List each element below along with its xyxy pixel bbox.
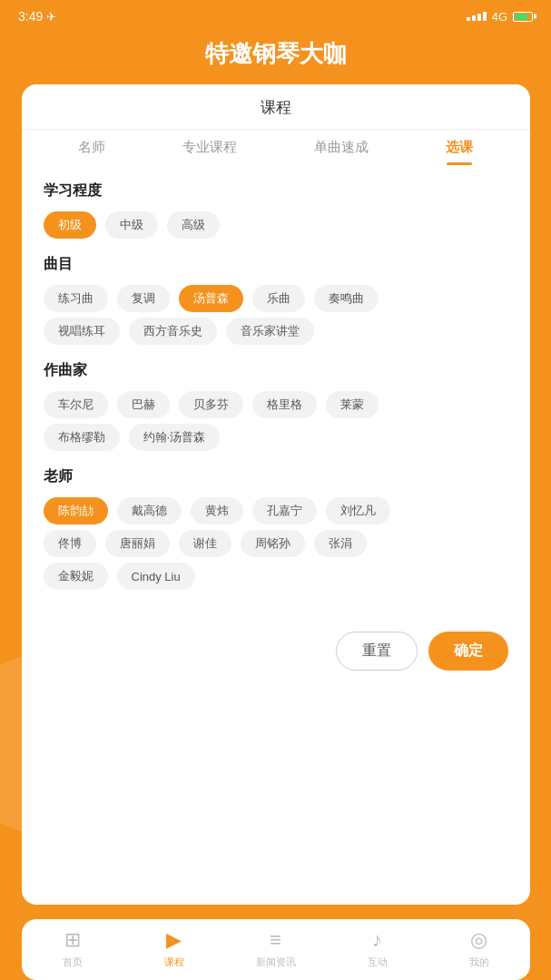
composer-tags-row2: 布格缪勒 约翰·汤普森 [44,424,508,451]
tag-bach[interactable]: 巴赫 [117,391,170,418]
tab-select[interactable]: 选课 [431,130,487,165]
tag-chenyunjie[interactable]: 陈韵劼 [44,497,108,524]
nav-home-label: 首页 [63,956,83,969]
tag-burgmuller[interactable]: 布格缪勒 [44,424,120,451]
tag-liuyifan[interactable]: 刘忆凡 [326,497,390,524]
location-icon: ✈ [46,10,56,24]
teacher-tags-row3: 金毅妮 Cindy Liu [44,563,508,590]
battery-icon [513,12,533,22]
tag-cindyliu[interactable]: Cindy Liu [117,563,195,590]
page-title-area: 特邀钢琴大咖 [205,29,347,84]
level-title: 学习程度 [44,181,508,201]
tag-lequ[interactable]: 乐曲 [252,285,305,312]
teacher-title: 老师 [44,467,508,486]
nav-news[interactable]: ≡ 新闻资讯 [225,928,327,969]
nav-home[interactable]: ⊞ 首页 [22,928,123,969]
tag-zhoumingsu[interactable]: 周铭孙 [241,530,305,557]
tab-bar: 名师 专业课程 单曲速成 选课 [22,130,530,165]
teacher-tags-row2: 佟博 唐丽娟 谢佳 周铭孙 张涓 [44,530,508,557]
tag-exercise[interactable]: 练习曲 [44,285,108,312]
tag-tanglina[interactable]: 唐丽娟 [105,530,170,557]
home-icon: ⊞ [64,928,81,952]
music-tags-row2: 视唱练耳 西方音乐史 音乐家讲堂 [44,318,508,345]
tag-jinmaoying[interactable]: 金毅妮 [44,563,108,590]
mine-icon: ◎ [470,928,487,952]
composer-section: 作曲家 车尔尼 巴赫 贝多芬 格里格 莱蒙 布格缪勒 约翰·汤普森 [44,361,508,451]
nav-mine-label: 我的 [469,956,489,969]
tag-zhangjuan[interactable]: 张涓 [314,530,367,557]
card-header: 课程 [22,84,530,130]
tag-fugue[interactable]: 复调 [117,285,170,312]
tag-musiclecture[interactable]: 音乐家讲堂 [226,318,314,345]
nav-course-label: 课程 [164,956,184,969]
network-label: 4G [492,10,507,24]
level-tags: 初级 中级 高级 [44,211,508,239]
tag-grieg[interactable]: 格里格 [252,391,317,418]
tag-beginner[interactable]: 初级 [44,211,96,239]
tag-fubbo[interactable]: 佟博 [44,530,96,557]
page-title: 特邀钢琴大咖 [205,40,347,67]
course-icon: ▶ [166,928,182,952]
action-buttons: 重置 确定 [22,622,530,689]
teacher-section: 老师 陈韵劼 戴高德 黄炜 孔嘉宁 刘忆凡 佟博 唐丽娟 谢佳 周铭孙 张涓 金… [44,467,508,590]
status-bar: 3:49 ✈ 4G [0,0,551,29]
nav-interact-label: 互动 [368,956,388,969]
tag-john[interactable]: 约翰·汤普森 [129,424,221,451]
filter-content: 学习程度 初级 中级 高级 曲目 练习曲 复调 汤普森 乐曲 奏鸣曲 视唱练耳 … [22,165,530,622]
tag-thompson[interactable]: 汤普森 [179,285,243,312]
music-section: 曲目 练习曲 复调 汤普森 乐曲 奏鸣曲 视唱练耳 西方音乐史 音乐家讲堂 [44,255,508,345]
tag-daigaode[interactable]: 戴高德 [117,497,182,524]
signal-icon [467,12,487,21]
tag-vocal[interactable]: 视唱练耳 [44,318,120,345]
tag-clementi[interactable]: 莱蒙 [326,391,379,418]
level-section: 学习程度 初级 中级 高级 [44,181,508,239]
tag-huangwei[interactable]: 黄炜 [191,497,243,524]
interact-icon: ♪ [372,928,382,952]
music-title: 曲目 [44,255,508,274]
news-icon: ≡ [270,928,281,952]
tag-mid[interactable]: 中级 [105,211,158,239]
composer-title: 作曲家 [44,361,508,380]
tag-sonata[interactable]: 奏鸣曲 [314,285,379,312]
teacher-tags-row1: 陈韵劼 戴高德 黄炜 孔嘉宁 刘忆凡 [44,497,508,524]
tag-westernmusic[interactable]: 西方音乐史 [129,318,217,345]
nav-news-label: 新闻资讯 [256,956,296,969]
tag-beethoven[interactable]: 贝多芬 [179,391,243,418]
tag-xiejia[interactable]: 谢佳 [179,530,231,557]
main-card: 课程 名师 专业课程 单曲速成 选课 学习程度 初级 中级 高级 曲目 [22,84,530,905]
confirm-button[interactable]: 确定 [428,632,508,671]
bottom-nav: ⊞ 首页 ▶ 课程 ≡ 新闻资讯 ♪ 互动 ◎ 我的 [22,919,530,980]
nav-mine[interactable]: ◎ 我的 [428,928,530,969]
composer-tags-row1: 车尔尼 巴赫 贝多芬 格里格 莱蒙 [44,391,508,418]
reset-button[interactable]: 重置 [336,632,418,671]
nav-course[interactable]: ▶ 课程 [123,928,225,969]
tag-adv[interactable]: 高级 [167,211,220,239]
tab-single[interactable]: 单曲速成 [300,130,383,165]
tab-famous[interactable]: 名师 [64,130,120,165]
nav-interact[interactable]: ♪ 互动 [327,928,428,969]
tag-kongjia[interactable]: 孔嘉宁 [252,497,317,524]
time-display: 3:49 [18,9,43,24]
tab-pro[interactable]: 专业课程 [168,130,251,165]
music-tags-row1: 练习曲 复调 汤普森 乐曲 奏鸣曲 [44,285,508,312]
card-header-label: 课程 [261,97,291,129]
tag-czerny[interactable]: 车尔尼 [44,391,108,418]
